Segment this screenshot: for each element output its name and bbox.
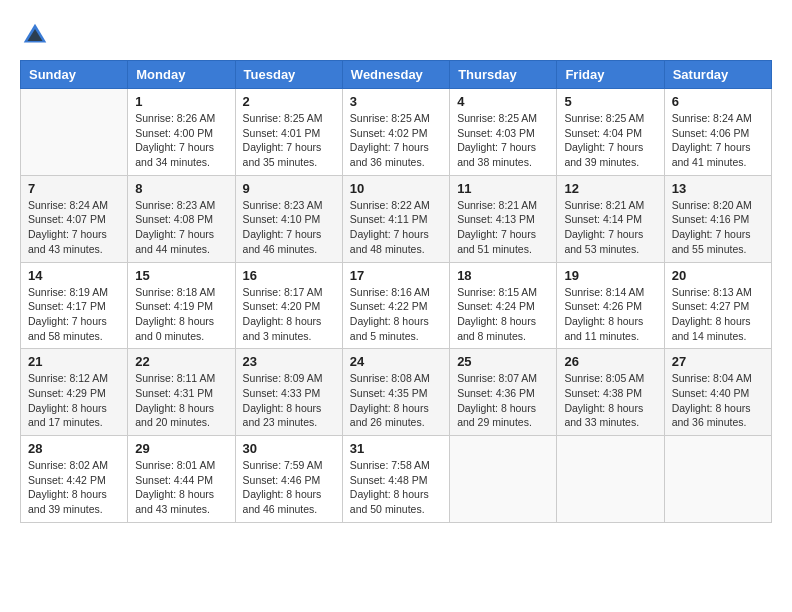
day-cell: 4Sunrise: 8:25 AMSunset: 4:03 PMDaylight… [450,89,557,176]
weekday-header-thursday: Thursday [450,61,557,89]
day-number: 15 [135,268,227,283]
day-number: 3 [350,94,442,109]
day-cell: 30Sunrise: 7:59 AMSunset: 4:46 PMDayligh… [235,436,342,523]
day-info: Sunrise: 8:04 AMSunset: 4:40 PMDaylight:… [672,371,764,430]
weekday-header-friday: Friday [557,61,664,89]
weekday-header-wednesday: Wednesday [342,61,449,89]
day-cell: 8Sunrise: 8:23 AMSunset: 4:08 PMDaylight… [128,175,235,262]
day-cell: 28Sunrise: 8:02 AMSunset: 4:42 PMDayligh… [21,436,128,523]
day-number: 26 [564,354,656,369]
day-number: 23 [243,354,335,369]
day-number: 16 [243,268,335,283]
day-number: 25 [457,354,549,369]
day-number: 24 [350,354,442,369]
day-cell: 23Sunrise: 8:09 AMSunset: 4:33 PMDayligh… [235,349,342,436]
day-info: Sunrise: 8:01 AMSunset: 4:44 PMDaylight:… [135,458,227,517]
day-number: 20 [672,268,764,283]
day-cell: 5Sunrise: 8:25 AMSunset: 4:04 PMDaylight… [557,89,664,176]
day-cell: 7Sunrise: 8:24 AMSunset: 4:07 PMDaylight… [21,175,128,262]
day-info: Sunrise: 8:24 AMSunset: 4:06 PMDaylight:… [672,111,764,170]
day-cell [557,436,664,523]
day-number: 29 [135,441,227,456]
day-number: 6 [672,94,764,109]
weekday-header-saturday: Saturday [664,61,771,89]
logo-icon [20,20,50,50]
day-cell: 18Sunrise: 8:15 AMSunset: 4:24 PMDayligh… [450,262,557,349]
day-cell: 25Sunrise: 8:07 AMSunset: 4:36 PMDayligh… [450,349,557,436]
day-info: Sunrise: 8:20 AMSunset: 4:16 PMDaylight:… [672,198,764,257]
week-row-2: 7Sunrise: 8:24 AMSunset: 4:07 PMDaylight… [21,175,772,262]
day-cell: 14Sunrise: 8:19 AMSunset: 4:17 PMDayligh… [21,262,128,349]
day-info: Sunrise: 8:11 AMSunset: 4:31 PMDaylight:… [135,371,227,430]
day-cell: 26Sunrise: 8:05 AMSunset: 4:38 PMDayligh… [557,349,664,436]
day-number: 8 [135,181,227,196]
day-cell: 10Sunrise: 8:22 AMSunset: 4:11 PMDayligh… [342,175,449,262]
week-row-4: 21Sunrise: 8:12 AMSunset: 4:29 PMDayligh… [21,349,772,436]
week-row-5: 28Sunrise: 8:02 AMSunset: 4:42 PMDayligh… [21,436,772,523]
day-info: Sunrise: 8:12 AMSunset: 4:29 PMDaylight:… [28,371,120,430]
day-cell: 15Sunrise: 8:18 AMSunset: 4:19 PMDayligh… [128,262,235,349]
day-info: Sunrise: 8:17 AMSunset: 4:20 PMDaylight:… [243,285,335,344]
day-info: Sunrise: 8:19 AMSunset: 4:17 PMDaylight:… [28,285,120,344]
day-cell: 12Sunrise: 8:21 AMSunset: 4:14 PMDayligh… [557,175,664,262]
day-cell: 13Sunrise: 8:20 AMSunset: 4:16 PMDayligh… [664,175,771,262]
day-info: Sunrise: 8:25 AMSunset: 4:04 PMDaylight:… [564,111,656,170]
day-info: Sunrise: 8:25 AMSunset: 4:03 PMDaylight:… [457,111,549,170]
day-cell [21,89,128,176]
day-number: 14 [28,268,120,283]
day-number: 11 [457,181,549,196]
day-info: Sunrise: 8:08 AMSunset: 4:35 PMDaylight:… [350,371,442,430]
day-info: Sunrise: 8:14 AMSunset: 4:26 PMDaylight:… [564,285,656,344]
day-cell: 31Sunrise: 7:58 AMSunset: 4:48 PMDayligh… [342,436,449,523]
day-info: Sunrise: 8:25 AMSunset: 4:01 PMDaylight:… [243,111,335,170]
day-cell: 21Sunrise: 8:12 AMSunset: 4:29 PMDayligh… [21,349,128,436]
day-info: Sunrise: 8:16 AMSunset: 4:22 PMDaylight:… [350,285,442,344]
day-info: Sunrise: 8:09 AMSunset: 4:33 PMDaylight:… [243,371,335,430]
day-info: Sunrise: 8:24 AMSunset: 4:07 PMDaylight:… [28,198,120,257]
day-cell [664,436,771,523]
day-cell: 11Sunrise: 8:21 AMSunset: 4:13 PMDayligh… [450,175,557,262]
day-info: Sunrise: 8:23 AMSunset: 4:08 PMDaylight:… [135,198,227,257]
day-info: Sunrise: 8:26 AMSunset: 4:00 PMDaylight:… [135,111,227,170]
day-cell: 17Sunrise: 8:16 AMSunset: 4:22 PMDayligh… [342,262,449,349]
day-cell: 22Sunrise: 8:11 AMSunset: 4:31 PMDayligh… [128,349,235,436]
day-info: Sunrise: 8:21 AMSunset: 4:13 PMDaylight:… [457,198,549,257]
day-number: 18 [457,268,549,283]
weekday-header-monday: Monday [128,61,235,89]
day-number: 13 [672,181,764,196]
day-number: 19 [564,268,656,283]
day-number: 21 [28,354,120,369]
day-cell: 3Sunrise: 8:25 AMSunset: 4:02 PMDaylight… [342,89,449,176]
day-cell: 1Sunrise: 8:26 AMSunset: 4:00 PMDaylight… [128,89,235,176]
weekday-header-sunday: Sunday [21,61,128,89]
day-number: 22 [135,354,227,369]
day-info: Sunrise: 8:02 AMSunset: 4:42 PMDaylight:… [28,458,120,517]
day-cell: 9Sunrise: 8:23 AMSunset: 4:10 PMDaylight… [235,175,342,262]
day-cell: 27Sunrise: 8:04 AMSunset: 4:40 PMDayligh… [664,349,771,436]
day-info: Sunrise: 8:13 AMSunset: 4:27 PMDaylight:… [672,285,764,344]
day-info: Sunrise: 8:21 AMSunset: 4:14 PMDaylight:… [564,198,656,257]
day-number: 31 [350,441,442,456]
day-cell: 24Sunrise: 8:08 AMSunset: 4:35 PMDayligh… [342,349,449,436]
day-info: Sunrise: 8:07 AMSunset: 4:36 PMDaylight:… [457,371,549,430]
weekday-header-row: SundayMondayTuesdayWednesdayThursdayFrid… [21,61,772,89]
day-number: 12 [564,181,656,196]
day-info: Sunrise: 8:22 AMSunset: 4:11 PMDaylight:… [350,198,442,257]
day-info: Sunrise: 8:23 AMSunset: 4:10 PMDaylight:… [243,198,335,257]
day-info: Sunrise: 7:58 AMSunset: 4:48 PMDaylight:… [350,458,442,517]
week-row-1: 1Sunrise: 8:26 AMSunset: 4:00 PMDaylight… [21,89,772,176]
day-number: 9 [243,181,335,196]
day-cell: 19Sunrise: 8:14 AMSunset: 4:26 PMDayligh… [557,262,664,349]
day-info: Sunrise: 7:59 AMSunset: 4:46 PMDaylight:… [243,458,335,517]
day-number: 10 [350,181,442,196]
calendar: SundayMondayTuesdayWednesdayThursdayFrid… [20,60,772,523]
logo [20,20,52,50]
day-cell: 20Sunrise: 8:13 AMSunset: 4:27 PMDayligh… [664,262,771,349]
day-number: 17 [350,268,442,283]
day-info: Sunrise: 8:05 AMSunset: 4:38 PMDaylight:… [564,371,656,430]
day-number: 2 [243,94,335,109]
day-info: Sunrise: 8:15 AMSunset: 4:24 PMDaylight:… [457,285,549,344]
day-number: 27 [672,354,764,369]
day-number: 1 [135,94,227,109]
page-header [20,20,772,50]
